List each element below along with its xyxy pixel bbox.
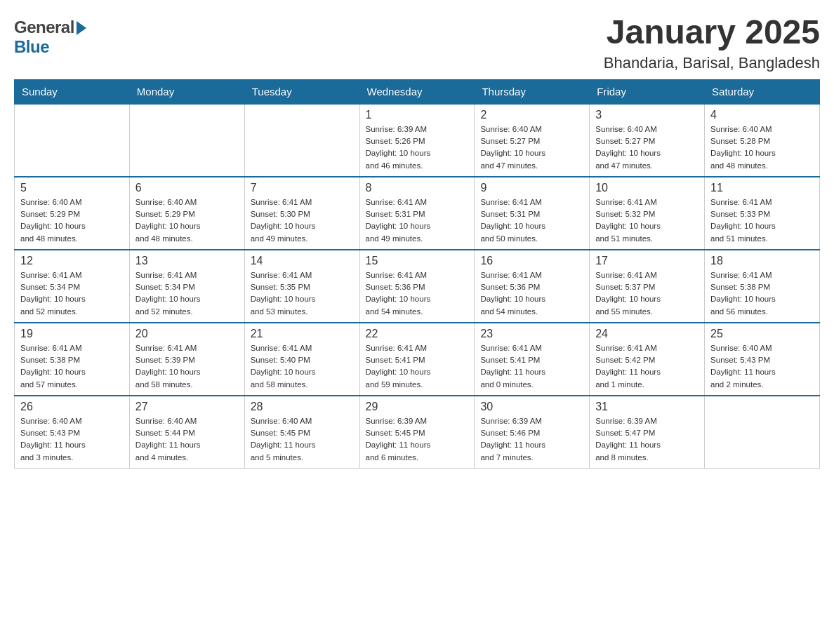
day-cell: 13Sunrise: 6:41 AM Sunset: 5:34 PM Dayli…: [129, 250, 244, 323]
day-cell: 24Sunrise: 6:41 AM Sunset: 5:42 PM Dayli…: [590, 323, 705, 396]
day-cell: 1Sunrise: 6:39 AM Sunset: 5:26 PM Daylig…: [359, 104, 475, 177]
day-cell: 29Sunrise: 6:39 AM Sunset: 5:45 PM Dayli…: [359, 396, 475, 469]
day-cell: 31Sunrise: 6:39 AM Sunset: 5:47 PM Dayli…: [590, 396, 705, 469]
day-cell: 27Sunrise: 6:40 AM Sunset: 5:44 PM Dayli…: [129, 396, 244, 469]
day-number: 18: [710, 255, 814, 267]
day-info: Sunrise: 6:41 AM Sunset: 5:33 PM Dayligh…: [710, 196, 814, 245]
day-cell: 22Sunrise: 6:41 AM Sunset: 5:41 PM Dayli…: [359, 323, 475, 396]
day-number: 28: [251, 401, 354, 413]
day-number: 7: [251, 182, 354, 194]
day-cell: 17Sunrise: 6:41 AM Sunset: 5:37 PM Dayli…: [590, 250, 705, 323]
day-cell: 28Sunrise: 6:40 AM Sunset: 5:45 PM Dayli…: [244, 396, 359, 469]
page-header: General Blue January 2025 Bhandaria, Bar…: [14, 14, 820, 72]
header-wednesday: Wednesday: [359, 79, 475, 104]
month-title: January 2025: [604, 14, 820, 51]
location-title: Bhandaria, Barisal, Bangladesh: [604, 54, 820, 72]
day-info: Sunrise: 6:40 AM Sunset: 5:43 PM Dayligh…: [710, 342, 814, 391]
day-cell: 19Sunrise: 6:41 AM Sunset: 5:38 PM Dayli…: [15, 323, 130, 396]
day-number: 3: [595, 109, 699, 121]
day-cell: [705, 396, 820, 469]
day-number: 13: [135, 255, 239, 267]
day-number: 22: [366, 328, 469, 340]
week-row-5: 26Sunrise: 6:40 AM Sunset: 5:43 PM Dayli…: [15, 396, 820, 469]
day-info: Sunrise: 6:41 AM Sunset: 5:41 PM Dayligh…: [480, 342, 583, 391]
day-number: 8: [366, 182, 469, 194]
day-cell: 18Sunrise: 6:41 AM Sunset: 5:38 PM Dayli…: [705, 250, 820, 323]
day-cell: 25Sunrise: 6:40 AM Sunset: 5:43 PM Dayli…: [705, 323, 820, 396]
logo-general-text: General: [14, 18, 74, 37]
header-thursday: Thursday: [475, 79, 590, 104]
day-cell: 9Sunrise: 6:41 AM Sunset: 5:31 PM Daylig…: [475, 177, 590, 250]
day-info: Sunrise: 6:39 AM Sunset: 5:47 PM Dayligh…: [595, 415, 699, 464]
header-sunday: Sunday: [15, 79, 130, 104]
day-number: 29: [366, 401, 469, 413]
day-info: Sunrise: 6:40 AM Sunset: 5:44 PM Dayligh…: [135, 415, 239, 464]
day-cell: 5Sunrise: 6:40 AM Sunset: 5:29 PM Daylig…: [15, 177, 130, 250]
day-number: 5: [20, 182, 124, 194]
day-info: Sunrise: 6:40 AM Sunset: 5:27 PM Dayligh…: [595, 123, 699, 172]
day-info: Sunrise: 6:41 AM Sunset: 5:32 PM Dayligh…: [595, 196, 699, 245]
day-cell: 4Sunrise: 6:40 AM Sunset: 5:28 PM Daylig…: [705, 104, 820, 177]
day-cell: [244, 104, 359, 177]
day-number: 21: [251, 328, 354, 340]
week-row-2: 5Sunrise: 6:40 AM Sunset: 5:29 PM Daylig…: [15, 177, 820, 250]
day-number: 20: [135, 328, 239, 340]
day-cell: 20Sunrise: 6:41 AM Sunset: 5:39 PM Dayli…: [129, 323, 244, 396]
day-info: Sunrise: 6:40 AM Sunset: 5:45 PM Dayligh…: [251, 415, 354, 464]
day-cell: [129, 104, 244, 177]
day-info: Sunrise: 6:41 AM Sunset: 5:36 PM Dayligh…: [366, 269, 469, 318]
day-number: 15: [366, 255, 469, 267]
day-number: 14: [251, 255, 354, 267]
day-cell: 7Sunrise: 6:41 AM Sunset: 5:30 PM Daylig…: [244, 177, 359, 250]
title-section: January 2025 Bhandaria, Barisal, Banglad…: [604, 14, 820, 72]
day-info: Sunrise: 6:39 AM Sunset: 5:26 PM Dayligh…: [366, 123, 469, 172]
day-cell: 8Sunrise: 6:41 AM Sunset: 5:31 PM Daylig…: [359, 177, 475, 250]
header-saturday: Saturday: [705, 79, 820, 104]
day-info: Sunrise: 6:41 AM Sunset: 5:37 PM Dayligh…: [595, 269, 699, 318]
logo-blue-text: Blue: [14, 37, 49, 57]
day-cell: 30Sunrise: 6:39 AM Sunset: 5:46 PM Dayli…: [475, 396, 590, 469]
day-cell: [15, 104, 130, 177]
day-number: 4: [710, 109, 814, 121]
day-info: Sunrise: 6:41 AM Sunset: 5:34 PM Dayligh…: [135, 269, 239, 318]
day-number: 9: [480, 182, 583, 194]
day-cell: 21Sunrise: 6:41 AM Sunset: 5:40 PM Dayli…: [244, 323, 359, 396]
day-cell: 26Sunrise: 6:40 AM Sunset: 5:43 PM Dayli…: [15, 396, 130, 469]
week-row-1: 1Sunrise: 6:39 AM Sunset: 5:26 PM Daylig…: [15, 104, 820, 177]
day-info: Sunrise: 6:41 AM Sunset: 5:41 PM Dayligh…: [366, 342, 469, 391]
day-info: Sunrise: 6:41 AM Sunset: 5:42 PM Dayligh…: [595, 342, 699, 391]
day-number: 17: [595, 255, 699, 267]
day-info: Sunrise: 6:41 AM Sunset: 5:38 PM Dayligh…: [20, 342, 124, 391]
day-info: Sunrise: 6:40 AM Sunset: 5:27 PM Dayligh…: [480, 123, 583, 172]
day-info: Sunrise: 6:41 AM Sunset: 5:31 PM Dayligh…: [366, 196, 469, 245]
day-number: 10: [595, 182, 699, 194]
day-info: Sunrise: 6:40 AM Sunset: 5:29 PM Dayligh…: [135, 196, 239, 245]
day-cell: 14Sunrise: 6:41 AM Sunset: 5:35 PM Dayli…: [244, 250, 359, 323]
day-info: Sunrise: 6:40 AM Sunset: 5:28 PM Dayligh…: [710, 123, 814, 172]
day-number: 11: [710, 182, 814, 194]
week-row-4: 19Sunrise: 6:41 AM Sunset: 5:38 PM Dayli…: [15, 323, 820, 396]
day-number: 19: [20, 328, 124, 340]
day-cell: 11Sunrise: 6:41 AM Sunset: 5:33 PM Dayli…: [705, 177, 820, 250]
day-cell: 23Sunrise: 6:41 AM Sunset: 5:41 PM Dayli…: [475, 323, 590, 396]
week-row-3: 12Sunrise: 6:41 AM Sunset: 5:34 PM Dayli…: [15, 250, 820, 323]
day-info: Sunrise: 6:41 AM Sunset: 5:36 PM Dayligh…: [480, 269, 583, 318]
day-info: Sunrise: 6:41 AM Sunset: 5:30 PM Dayligh…: [251, 196, 354, 245]
day-info: Sunrise: 6:39 AM Sunset: 5:45 PM Dayligh…: [366, 415, 469, 464]
day-number: 1: [366, 109, 469, 121]
day-cell: 16Sunrise: 6:41 AM Sunset: 5:36 PM Dayli…: [475, 250, 590, 323]
day-cell: 2Sunrise: 6:40 AM Sunset: 5:27 PM Daylig…: [475, 104, 590, 177]
header-friday: Friday: [590, 79, 705, 104]
day-number: 2: [480, 109, 583, 121]
day-number: 12: [20, 255, 124, 267]
day-number: 30: [480, 401, 583, 413]
day-info: Sunrise: 6:41 AM Sunset: 5:39 PM Dayligh…: [135, 342, 239, 391]
calendar-header-row: SundayMondayTuesdayWednesdayThursdayFrid…: [15, 79, 820, 104]
day-info: Sunrise: 6:41 AM Sunset: 5:38 PM Dayligh…: [710, 269, 814, 318]
day-number: 26: [20, 401, 124, 413]
day-number: 27: [135, 401, 239, 413]
day-info: Sunrise: 6:41 AM Sunset: 5:35 PM Dayligh…: [251, 269, 354, 318]
day-number: 16: [480, 255, 583, 267]
day-number: 6: [135, 182, 239, 194]
logo: General Blue: [14, 14, 86, 57]
